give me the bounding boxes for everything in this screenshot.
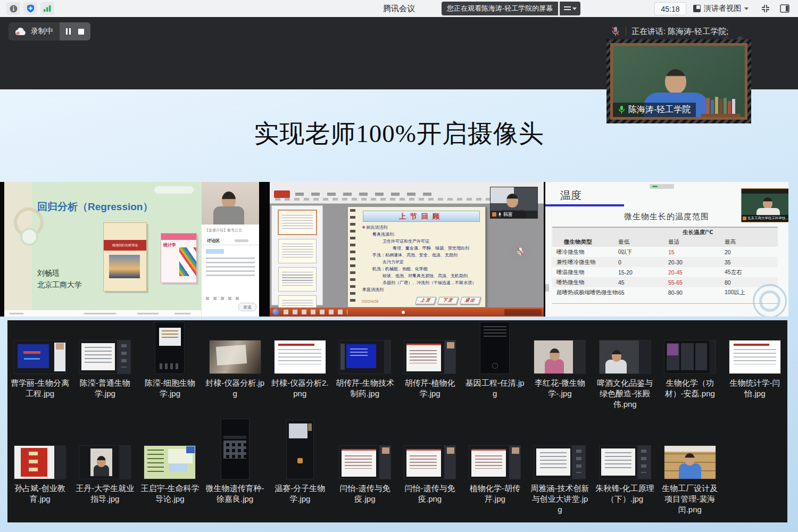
presenter-video-thumbnail: 北京工商大学轻工科学技... bbox=[741, 188, 788, 222]
file-name: 植物化学-胡传芹.jpg bbox=[462, 483, 527, 504]
column-min: 最低 bbox=[618, 238, 668, 246]
mic-muted-overlay-icon bbox=[510, 242, 530, 262]
file-thumbnail bbox=[404, 446, 455, 479]
file-item[interactable]: 植物化学-胡传芹.jpg bbox=[462, 416, 527, 515]
file-name: 王丹-大学生就业指导.jpg bbox=[72, 483, 137, 504]
file-thumbnail-zone bbox=[534, 416, 585, 479]
file-item[interactable]: 陈滢-细胞生物学.jpg bbox=[137, 320, 202, 415]
file-item[interactable]: 曹学丽-生物分离工程.jpg bbox=[7, 320, 72, 415]
titlebar: 腾讯会议 您正在观看陈海涛-轻工学院的屏幕 45:18 演讲者视图 bbox=[0, 0, 798, 17]
file-thumbnail bbox=[469, 446, 520, 479]
file-thumbnail bbox=[729, 340, 780, 373]
file-item[interactable]: 王启宇-生命科学导论.jpg bbox=[137, 416, 202, 515]
file-thumbnail-zone bbox=[480, 320, 509, 373]
file-item[interactable]: 周雅涵-技术创新与创业大讲堂.jpg bbox=[527, 416, 592, 515]
file-item[interactable]: 陈滢-普通生物学.jpg bbox=[72, 320, 137, 415]
notebook-spiral bbox=[350, 209, 355, 304]
file-item[interactable]: 啤酒文化品鉴与绿色酿造-张殿伟.png bbox=[592, 320, 657, 415]
file-item[interactable]: 朱秋锋-化工原理（下）.jpg bbox=[592, 416, 657, 515]
pause-recording-button[interactable] bbox=[66, 28, 71, 35]
cell-max-temp: 35 bbox=[725, 259, 778, 265]
view-mode-dropdown[interactable]: 演讲者视图 bbox=[693, 2, 749, 15]
exit-fullscreen-button[interactable] bbox=[759, 2, 772, 15]
file-thumbnail bbox=[144, 446, 195, 479]
slide-text: 机洗：机械能、热能、化学能 bbox=[372, 267, 428, 271]
person-body bbox=[213, 206, 244, 225]
taskbar-dot bbox=[402, 311, 405, 314]
windows-taskbar bbox=[270, 307, 544, 317]
author-name: 刘畅瑶 bbox=[37, 267, 82, 279]
file-item[interactable]: 闫怡-遗传与免疫.jpg bbox=[332, 416, 397, 515]
file-thumbnail bbox=[600, 340, 651, 373]
speaking-indicator: 正在讲话: 陈海涛-轻工学院; bbox=[611, 24, 729, 38]
slide-text: 去污力评定 bbox=[383, 260, 404, 264]
file-item[interactable]: 闫怡-遗传与免疫.png bbox=[397, 416, 462, 515]
file-item[interactable]: 生物工厂设计及项目管理-裴海闰.png bbox=[658, 416, 722, 515]
file-name: 闫怡-遗传与免疫.png bbox=[397, 483, 462, 504]
cell-optimal-temp: 55-65 bbox=[668, 279, 725, 286]
mic-icon bbox=[498, 212, 502, 217]
file-item[interactable]: 胡传芹-生物技术制药.jpg bbox=[332, 320, 397, 415]
exit-fullscreen-icon bbox=[761, 4, 770, 13]
speaker-name: 陈海涛-轻工学院 bbox=[628, 104, 691, 115]
file-item[interactable]: 温赛-分子生物学.jpg bbox=[268, 416, 332, 515]
watching-notification[interactable]: 您正在观看陈海涛-轻工学院的屏幕 bbox=[442, 2, 558, 15]
book-decoration bbox=[161, 234, 196, 240]
file-item[interactable]: 王丹-大学生就业指导.jpg bbox=[72, 416, 137, 515]
table-row: 嗜热微生物 45 55-65 80 bbox=[552, 277, 778, 287]
book-title: 统计学 bbox=[163, 242, 176, 248]
file-item[interactable]: 微生物遗传育种-徐嘉良.jpg bbox=[202, 416, 267, 515]
class-side-panel: 【直播介绍】暂无公告 讨论区 发送 bbox=[201, 182, 259, 317]
file-item[interactable]: 李红花-微生物学-.jpg bbox=[527, 320, 592, 415]
screenshot-strip: 回归分析（Regression） 线性回归分析导论 统计学 刘畅瑶 北京工商大学 bbox=[0, 182, 788, 317]
cell-min-temp: 0以下 bbox=[618, 248, 668, 256]
file-name: 生物统计学-闫怡.jpg bbox=[722, 378, 787, 399]
file-item[interactable]: 胡传芹-植物化学.jpg bbox=[397, 320, 462, 415]
taskbar-icons-blur bbox=[284, 310, 347, 314]
system-tray bbox=[504, 309, 542, 315]
bookshelf bbox=[701, 114, 741, 117]
members-tab-blur bbox=[235, 239, 248, 242]
slide-thumbnail bbox=[278, 239, 317, 263]
side-panel-toggle-button[interactable] bbox=[778, 2, 792, 15]
table-row: 超嗜热或极端嗜热微生物 65 80-90 100以上 bbox=[552, 287, 778, 297]
speaker-video-feed[interactable]: 陈海涛-轻工学院 bbox=[606, 39, 751, 123]
column-opt: 最适 bbox=[668, 238, 725, 246]
file-item[interactable]: 封棣-仪器分析.jpg bbox=[202, 320, 267, 415]
layout-view-icon bbox=[693, 5, 701, 12]
slide-text-line: 杀菌剂（广谱）、冲洗剂（干燥迅速，不留水渍） bbox=[362, 279, 482, 286]
stop-recording-button[interactable] bbox=[78, 29, 84, 35]
mic-muted-icon bbox=[611, 26, 620, 37]
cell-max-temp: 20 bbox=[725, 249, 778, 255]
ppt-thumbnail-panel bbox=[271, 205, 323, 305]
author-block: 刘畅瑶 北京工商大学 bbox=[37, 267, 82, 290]
person-head bbox=[665, 69, 686, 94]
slide-text-line: 机洗：机械能、热能、化学能 bbox=[362, 265, 482, 272]
file-thumbnail bbox=[664, 340, 716, 373]
file-thumbnail bbox=[210, 340, 261, 373]
slide-nav-button: 退出 bbox=[460, 297, 481, 304]
notification-text: 您正在观看陈海涛-轻工学院的屏幕 bbox=[447, 4, 553, 13]
cell-microbe-type: 嗜温微生物 bbox=[552, 269, 618, 276]
slide-body: ❖厨房清洁剂 餐具洗涤剂: 卫生许可证和生产许可证 毒理、重金属、甲醇、细菌、荧… bbox=[362, 224, 482, 293]
file-item[interactable]: 生物统计学-闫怡.jpg bbox=[722, 320, 787, 415]
file-thumbnail-zone bbox=[534, 320, 585, 373]
table-title: 微生物生长的温度范围 bbox=[624, 212, 709, 222]
file-item[interactable]: 孙占斌-创业教育.jpg bbox=[7, 416, 72, 515]
file-item[interactable]: 生物化学（功材）-安磊.png bbox=[658, 320, 722, 415]
regression-title: 回归分析（Regression） bbox=[37, 200, 153, 214]
file-item[interactable]: 封棣-仪器分析2.png bbox=[268, 320, 332, 415]
file-name: 封棣-仪器分析.jpg bbox=[202, 378, 267, 399]
slide-text: 杀菌剂（广谱）、冲洗剂（干燥迅速，不留水渍） bbox=[383, 280, 476, 285]
ppt-menu-blur bbox=[295, 193, 434, 196]
hand-raise-icon bbox=[743, 217, 746, 220]
notification-menu-button[interactable] bbox=[560, 2, 580, 15]
table-sub-header: 微生物类型 最低 最适 最高 bbox=[552, 237, 778, 247]
file-name: 周雅涵-技术创新与创业大讲堂.jpg bbox=[527, 483, 592, 515]
shared-screen: 实现老师100%开启摄像头 回归分析（Regression） 线性回归分析导论 … bbox=[0, 89, 798, 532]
file-item[interactable]: 基因工程-任清.jpg bbox=[462, 320, 527, 415]
file-thumbnail-zone bbox=[404, 320, 455, 373]
slide-date: 2022/4/28 bbox=[362, 300, 378, 303]
cell-min-temp: 45 bbox=[618, 279, 668, 286]
slide-text-line: 手洗：粘稠液体、高泡、安全、低温、无助剂 bbox=[362, 252, 482, 259]
